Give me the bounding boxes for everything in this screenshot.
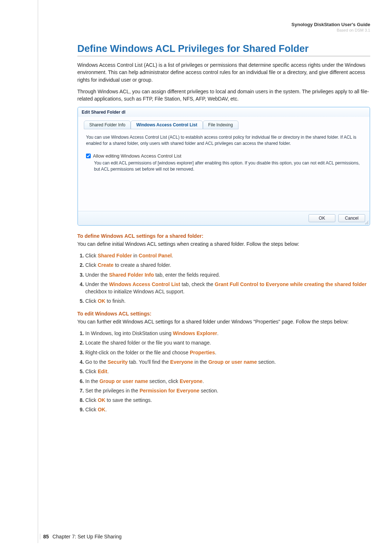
doc-subtitle: Based on DSM 3.1 bbox=[77, 28, 370, 32]
dialog-button-bar: OK Cancel bbox=[78, 211, 369, 225]
allow-edit-acl-input[interactable] bbox=[86, 154, 91, 158]
accent-term: Create bbox=[98, 262, 114, 268]
dialog-title: Edit Shared Folder dl bbox=[78, 107, 369, 117]
allow-edit-acl-label: Allow editing Windows Access Control Lis… bbox=[93, 153, 181, 159]
edit-shared-folder-dialog: Edit Shared Folder dl Shared Folder Info… bbox=[77, 107, 370, 225]
step-item: Under the Shared Folder Info tab, enter … bbox=[85, 271, 370, 278]
doc-title: Synology DiskStation User's Guide bbox=[77, 22, 370, 27]
tab-windows-acl[interactable]: Windows Access Control List bbox=[131, 121, 203, 129]
accent-term: Properties bbox=[190, 350, 215, 355]
accent-term: Everyone bbox=[180, 378, 203, 384]
accent-term: Everyone bbox=[170, 359, 193, 365]
accent-term: Shared Folder Info bbox=[109, 272, 154, 278]
accent-term: Windows Explorer bbox=[173, 330, 217, 336]
step-item: Click Shared Folder in Control Panel. bbox=[85, 252, 370, 259]
allow-edit-acl-checkbox[interactable]: Allow editing Windows Access Control Lis… bbox=[86, 153, 362, 159]
accent-term: Shared Folder bbox=[98, 253, 132, 258]
step-item: Click OK to finish. bbox=[85, 297, 370, 305]
step-item: Go to the Security tab. You'll find the … bbox=[85, 358, 370, 366]
step-item: Locate the shared folder or the file you… bbox=[85, 339, 370, 346]
tab-shared-folder-info[interactable]: Shared Folder Info bbox=[84, 121, 131, 129]
accent-term: OK bbox=[98, 298, 105, 304]
allow-edit-acl-note: You can edit ACL permissions of [windows… bbox=[94, 160, 362, 172]
section-title-define: To define Windows ACL settings for a sha… bbox=[77, 233, 370, 239]
tab-file-indexing[interactable]: File Indexing bbox=[203, 121, 238, 129]
steps-edit: In Windows, log into DiskStation using W… bbox=[81, 330, 370, 414]
accent-term: Edit bbox=[98, 368, 107, 374]
page-content: Synology DiskStation User's Guide Based … bbox=[38, 0, 392, 519]
step-item: Click OK. bbox=[85, 406, 370, 413]
step-item: Set the privileges in the Permission for… bbox=[85, 387, 370, 394]
step-item: In Windows, log into DiskStation using W… bbox=[85, 330, 370, 337]
accent-term: Permission for Everyone bbox=[139, 388, 199, 394]
chapter-label: Chapter 7: Set Up File Sharing bbox=[52, 534, 122, 539]
accent-term: OK bbox=[98, 397, 105, 403]
step-item: Click OK to save the settings. bbox=[85, 396, 370, 404]
ok-button[interactable]: OK bbox=[309, 214, 335, 222]
section-intro-edit: You can further edit Windows ACL setting… bbox=[77, 318, 370, 325]
accent-term: Control Panel bbox=[139, 253, 172, 258]
section-intro-define: You can define initial Windows ACL setti… bbox=[77, 240, 370, 248]
intro-para-1: Windows Access Control List (ACL) is a l… bbox=[77, 61, 370, 83]
dialog-tabs: Shared Folder Info Windows Access Contro… bbox=[84, 121, 364, 129]
page-title: Define Windows ACL Privileges for Shared… bbox=[77, 43, 370, 56]
accent-term: OK bbox=[98, 407, 105, 412]
accent-term: Group or user name bbox=[99, 378, 148, 384]
accent-term: Windows Access Control List bbox=[109, 281, 180, 287]
step-item: Click Edit. bbox=[85, 368, 370, 375]
step-item: Right-click on the folder or the file an… bbox=[85, 349, 370, 356]
resize-grip-icon[interactable] bbox=[365, 221, 368, 224]
cancel-button[interactable]: Cancel bbox=[338, 214, 365, 222]
step-item: Under the Windows Access Control List ta… bbox=[85, 281, 370, 296]
accent-term: Group or user name bbox=[208, 359, 257, 365]
steps-define: Click Shared Folder in Control Panel.Cli… bbox=[81, 252, 370, 305]
accent-term: Grant Full Control to Everyone while cre… bbox=[215, 281, 367, 287]
step-item: Click Create to create a shared folder. bbox=[85, 261, 370, 269]
page-footer: 85 Chapter 7: Set Up File Sharing bbox=[40, 534, 122, 539]
page-number: 85 bbox=[43, 534, 49, 539]
intro-para-2: Through Windows ACL, you can assign diff… bbox=[77, 88, 370, 103]
section-title-edit: To edit Windows ACL settings: bbox=[77, 311, 370, 317]
dialog-description: You can use Windows Access Control List … bbox=[86, 134, 362, 147]
accent-term: Security bbox=[107, 359, 127, 365]
step-item: In the Group or user name section, click… bbox=[85, 378, 370, 385]
page-header: Synology DiskStation User's Guide Based … bbox=[77, 22, 370, 32]
